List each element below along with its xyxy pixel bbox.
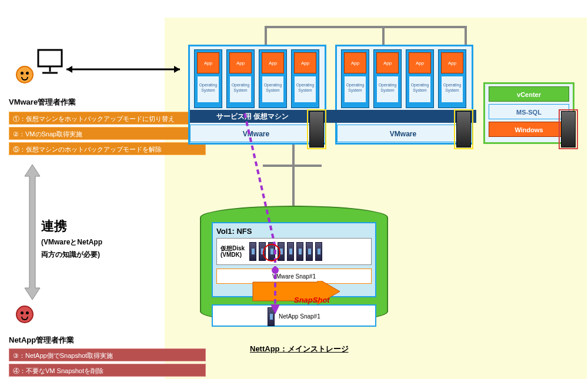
vm: AppOperatingSystem <box>194 49 222 108</box>
svg-point-9 <box>272 267 279 274</box>
bus-line <box>265 26 267 45</box>
cooperation-label: 連携 (VMwareとNetApp 両方の知識が必要) <box>41 217 102 260</box>
vmware-admin-icon <box>16 66 34 83</box>
server-icon <box>309 111 324 147</box>
mssql-label: MS-SQL <box>489 104 569 119</box>
vmdk-box: 仮想Disk(VMDK) <box>216 238 372 265</box>
bus-line <box>465 26 467 45</box>
task-4: ④：不要なVM Snapshotを削除 <box>9 364 206 377</box>
volume-title: Vol1: NFS <box>216 227 372 236</box>
red-circle-highlight <box>263 244 280 261</box>
task-1: ①：仮想マシンをホットバックアップモードに切り替え <box>9 112 206 125</box>
windows-label: Windows <box>489 122 569 137</box>
vm: AppOperatingSystem <box>259 49 287 108</box>
vmware-bar-2: VMware <box>337 125 469 142</box>
service-vm-bar: サービス用 仮想マシン <box>190 110 476 123</box>
task-5: ⑤：仮想マシンのホットバックアップモードを解除 <box>9 142 206 155</box>
vm: AppOperatingSystem <box>438 49 466 108</box>
bus-line <box>382 26 385 45</box>
dashed-arrow <box>243 112 290 326</box>
cooperation-sub2: 両方の知識が必要) <box>41 250 102 260</box>
vm: AppOperatingSystem <box>373 49 402 108</box>
bus-line <box>265 26 465 28</box>
cooperation-main: 連携 <box>41 217 102 235</box>
vm: AppOperatingSystem <box>291 49 319 108</box>
vm: AppOperatingSystem <box>406 49 434 108</box>
server-icon <box>456 111 471 147</box>
admin-arrow <box>34 63 181 83</box>
svg-marker-5 <box>66 66 72 73</box>
svg-marker-6 <box>25 165 40 300</box>
snapshot-label: SnapShot <box>294 296 330 304</box>
disk-icon <box>315 242 322 261</box>
vmware-admin-label: VMware管理者作業 <box>9 97 76 108</box>
netapp-admin-icon <box>16 306 34 323</box>
cooperation-arrow <box>24 165 41 302</box>
task-2: ②：VMのSnap取得実施 <box>9 127 206 140</box>
disk-icon <box>296 242 303 261</box>
netapp-admin-label: NetApp管理者作業 <box>9 335 74 346</box>
server-icon <box>561 111 576 147</box>
vcenter-label: vCenter <box>489 86 569 102</box>
task-3: ③：NetApp側でSnapshot取得実施 <box>9 348 206 361</box>
disk-icon <box>306 242 313 261</box>
storage-label: NettApp：メインストレージ <box>250 344 349 354</box>
svg-marker-8 <box>270 304 280 314</box>
cooperation-sub1: (VMwareとNetApp <box>41 237 102 247</box>
svg-marker-4 <box>174 66 180 73</box>
bus-line <box>292 145 295 206</box>
vm: AppOperatingSystem <box>341 49 369 108</box>
vm: AppOperatingSystem <box>226 49 255 108</box>
